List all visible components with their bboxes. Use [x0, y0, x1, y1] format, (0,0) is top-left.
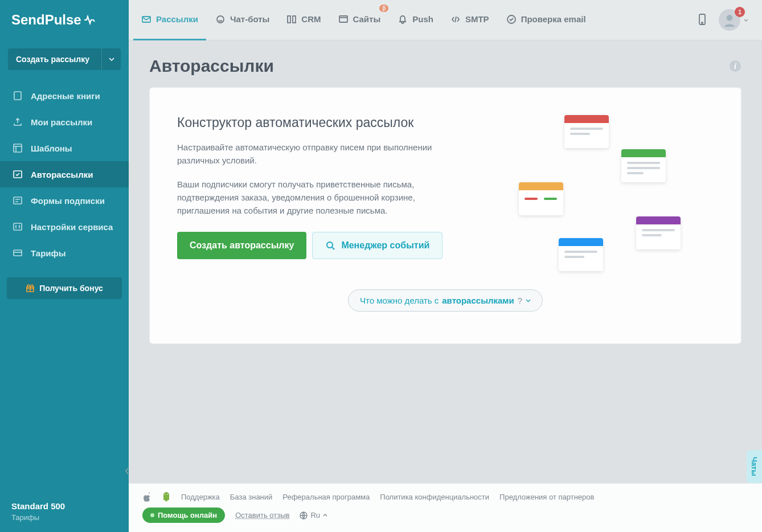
nav-item-email[interactable]: Рассылки	[133, 0, 206, 40]
card-title: Конструктор автоматических рассылок	[177, 115, 473, 130]
nav-item-email-verify[interactable]: Проверка email	[498, 0, 594, 40]
address-book-icon	[13, 91, 23, 101]
get-bonus-button[interactable]: Получить бонус	[7, 277, 122, 299]
intro-card: Конструктор автоматических рассылок Наст…	[149, 87, 741, 344]
notification-badge: 1	[735, 7, 745, 17]
page-title: Авторассылки	[149, 56, 274, 76]
user-menu[interactable]: 1	[719, 9, 748, 31]
nav-item-smtp[interactable]: SMTP	[443, 0, 497, 40]
svg-rect-9	[288, 16, 290, 23]
sites-icon	[338, 14, 349, 24]
event-manager-button[interactable]: Менеджер событий	[312, 232, 443, 259]
caret-up-icon	[323, 514, 327, 517]
footer-link-support[interactable]: Поддержка	[181, 493, 220, 501]
chatbot-icon	[215, 14, 226, 24]
nav-item-push[interactable]: Push	[390, 0, 441, 40]
illus-window-green	[621, 149, 666, 182]
nav-label: Сайты	[353, 14, 381, 24]
sidebar-item-label: Мои рассылки	[31, 117, 92, 127]
create-campaign-button[interactable]: Создать рассылку	[8, 48, 101, 70]
sidebar-item-label: Авторассылки	[31, 170, 93, 179]
search-icon	[325, 240, 335, 251]
illus-window-purple	[636, 216, 681, 249]
footer-link-partners[interactable]: Предложения от партнеров	[499, 493, 594, 501]
nav-item-chatbots[interactable]: Чат-боты	[207, 0, 277, 40]
svg-rect-4	[14, 223, 22, 230]
svg-point-18	[327, 242, 333, 248]
logo-area: SendPulse	[0, 0, 129, 40]
settings-panel-icon	[13, 222, 23, 232]
svg-point-20	[167, 494, 168, 495]
svg-rect-11	[339, 16, 347, 22]
sidebar-item-label: Шаблоны	[31, 144, 72, 153]
sidebar-item-label: Настройки сервиса	[31, 222, 113, 232]
hint-prefix: Что можно делать с	[360, 296, 439, 305]
brand-logo[interactable]: SendPulse	[11, 12, 96, 28]
language-picker[interactable]: Ru	[300, 511, 327, 519]
apple-icon[interactable]	[142, 492, 151, 502]
svg-point-14	[702, 22, 703, 23]
leave-review-link[interactable]: Оставить отзыв	[235, 511, 289, 519]
caret-down-icon	[526, 299, 531, 302]
automation-illustration	[496, 115, 714, 263]
gift-icon	[26, 284, 35, 293]
sidebar-item-service-settings[interactable]: Настройки сервиса	[0, 214, 129, 240]
illus-window-blue	[559, 238, 603, 271]
svg-rect-10	[293, 16, 296, 23]
pulse-icon	[84, 15, 96, 25]
what-can-i-do-dropdown[interactable]: Что можно делать с авторассылками ?	[348, 289, 543, 312]
main-area: Рассылки Чат-боты CRM Сайты β Push	[129, 0, 762, 532]
help-online-label: Помощь онлайн	[158, 511, 217, 519]
create-automation-button[interactable]: Создать авторассылку	[177, 232, 306, 259]
chats-tab[interactable]: Чаты	[747, 450, 762, 483]
info-icon[interactable]: i	[729, 60, 741, 72]
check-circle-icon	[506, 14, 517, 24]
svg-rect-5	[14, 250, 22, 256]
svg-rect-1	[14, 144, 22, 152]
sidebar-item-automations[interactable]: Авторассылки	[0, 161, 129, 187]
chevron-down-icon	[109, 58, 114, 61]
footer-link-referral[interactable]: Реферальная программа	[282, 493, 370, 501]
nav-label: Push	[412, 14, 433, 24]
illus-window-yellow	[519, 182, 563, 215]
footer: Поддержка База знаний Реферальная програ…	[129, 483, 762, 532]
hint-strong: авторассылками	[442, 296, 514, 305]
android-icon[interactable]	[162, 492, 171, 502]
plan-sublink[interactable]: Тарифы	[11, 513, 117, 522]
mobile-icon[interactable]	[698, 13, 707, 27]
nav-label: Рассылки	[156, 14, 198, 24]
sidebar-item-label: Формы подписки	[31, 196, 105, 206]
svg-point-15	[727, 15, 733, 21]
footer-link-kb[interactable]: База знаний	[230, 493, 273, 501]
sidebar-footer: Standard 500 Тарифы	[0, 493, 129, 532]
create-campaign-button-group: Создать рассылку	[8, 48, 121, 70]
online-dot-icon	[150, 513, 154, 517]
sidebar-item-address-books[interactable]: Адресные книги	[0, 83, 129, 109]
lang-label: Ru	[310, 511, 320, 519]
beta-badge: β	[379, 5, 388, 12]
svg-point-8	[217, 16, 224, 23]
illus-window-red	[564, 115, 609, 148]
nav-label: Проверка email	[521, 14, 586, 24]
create-campaign-dropdown[interactable]	[101, 48, 121, 70]
top-nav: Рассылки Чат-боты CRM Сайты β Push	[129, 0, 762, 40]
nav-item-crm[interactable]: CRM	[278, 0, 329, 40]
card-paragraph-1: Настраивайте автоматическую отправку пис…	[177, 141, 450, 167]
sidebar-item-subscription-forms[interactable]: Формы подписки	[0, 187, 129, 214]
nav-label: CRM	[301, 14, 321, 24]
sidebar-item-templates[interactable]: Шаблоны	[0, 135, 129, 161]
caret-down-icon	[744, 19, 748, 22]
event-manager-label: Менеджер событий	[341, 240, 429, 251]
plan-name[interactable]: Standard 500	[11, 501, 117, 511]
sidebar-item-label: Тарифы	[31, 248, 65, 258]
sidebar-item-my-campaigns[interactable]: Мои рассылки	[0, 109, 129, 135]
help-online-button[interactable]: Помощь онлайн	[142, 508, 225, 523]
globe-icon	[300, 511, 308, 519]
nav-label: SMTP	[465, 14, 489, 24]
mail-icon	[141, 14, 151, 24]
sidebar-item-pricing[interactable]: Тарифы	[0, 240, 129, 266]
svg-rect-0	[14, 92, 21, 100]
footer-link-privacy[interactable]: Политика конфиденциальности	[380, 493, 489, 501]
nav-item-sites[interactable]: Сайты β	[330, 0, 389, 40]
svg-point-19	[165, 494, 166, 495]
